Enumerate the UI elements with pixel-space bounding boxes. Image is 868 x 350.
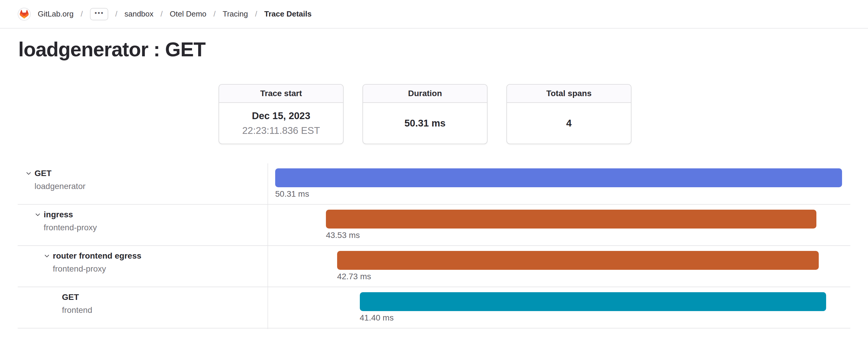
span-service: frontend-proxy	[44, 222, 97, 233]
span-row: router frontend egress frontend-proxy 42…	[0, 246, 868, 287]
span-rows: GET loadgenerator 50.31 ms ingress front…	[0, 163, 868, 328]
span-operation: GET	[62, 292, 92, 303]
breadcrumb-item-group[interactable]: GitLab.org	[38, 9, 73, 19]
span-row: GET frontend 41.40 ms	[0, 287, 868, 328]
trace-start-date: Dec 15, 2023	[252, 110, 310, 122]
breadcrumb-separator: /	[81, 9, 83, 19]
breadcrumb-separator: /	[214, 9, 216, 19]
trace-start-card-header: Trace start	[219, 85, 343, 103]
span-duration-label: 41.40 ms	[360, 313, 394, 323]
span-service: loadgenerator	[34, 181, 86, 192]
span-service: frontend	[62, 305, 92, 316]
span-operation: router frontend egress	[53, 251, 141, 261]
span-collapse-toggle[interactable]	[44, 251, 53, 261]
total-spans-value: 4	[566, 118, 571, 129]
span-track: 41.40 ms	[268, 287, 868, 328]
gitlab-group-avatar[interactable]	[18, 8, 31, 21]
span-row: ingress frontend-proxy 43.53 ms	[0, 204, 868, 246]
span-duration-bar[interactable]	[326, 210, 816, 228]
span-duration-label: 42.73 ms	[337, 272, 371, 281]
trace-waterfall: GET loadgenerator 50.31 ms ingress front…	[0, 163, 868, 329]
chevron-down-icon	[44, 253, 50, 259]
span-duration-label: 43.53 ms	[326, 230, 360, 240]
span-duration-bar[interactable]	[360, 292, 827, 311]
span-duration-bar[interactable]	[337, 251, 818, 270]
duration-card-header: Duration	[363, 85, 487, 103]
trace-summary-cards: Trace start Dec 15, 2023 22:23:11.836 ES…	[219, 84, 631, 144]
span-collapse-toggle[interactable]	[34, 209, 44, 220]
span-track: 43.53 ms	[268, 204, 868, 246]
span-collapse-toggle[interactable]	[25, 168, 34, 179]
trace-start-time: 22:23:11.836 EST	[242, 125, 320, 136]
gitlab-tanuki-icon	[20, 10, 29, 19]
breadcrumb-item-otel-demo[interactable]: Otel Demo	[170, 9, 207, 19]
span-label: router frontend egress frontend-proxy	[0, 246, 268, 287]
breadcrumb-bar: GitLab.org / ••• / sandbox / Otel Demo /…	[0, 0, 868, 29]
breadcrumb-separator: /	[115, 9, 117, 19]
span-service: frontend-proxy	[53, 264, 141, 274]
chevron-down-icon	[25, 170, 32, 177]
span-row: GET loadgenerator 50.31 ms	[0, 163, 868, 204]
trace-start-card: Trace start Dec 15, 2023 22:23:11.836 ES…	[219, 84, 344, 144]
duration-card: Duration 50.31 ms	[363, 84, 488, 144]
span-track: 50.31 ms	[268, 163, 868, 204]
breadcrumb-separator: /	[255, 9, 257, 19]
span-duration-label: 50.31 ms	[275, 189, 309, 199]
span-label: GET loadgenerator	[0, 163, 268, 204]
breadcrumb: GitLab.org / ••• / sandbox / Otel Demo /…	[18, 8, 311, 21]
total-spans-card-header: Total spans	[507, 85, 631, 103]
span-label: ingress frontend-proxy	[0, 204, 268, 246]
page-title: loadgenerator : GET	[18, 38, 206, 61]
span-duration-bar[interactable]	[275, 168, 842, 187]
span-operation: GET	[34, 168, 86, 179]
chevron-down-icon	[34, 212, 41, 218]
span-operation: ingress	[44, 209, 97, 220]
breadcrumb-separator: /	[160, 9, 162, 19]
breadcrumb-item-sandbox[interactable]: sandbox	[124, 9, 153, 19]
span-track: 42.73 ms	[268, 246, 868, 287]
total-spans-card: Total spans 4	[506, 84, 631, 144]
breadcrumb-collapsed-ellipsis-button[interactable]: •••	[90, 8, 108, 20]
breadcrumb-item-tracing[interactable]: Tracing	[223, 9, 248, 19]
breadcrumb-item-trace-details: Trace Details	[264, 9, 311, 19]
duration-value: 50.31 ms	[404, 118, 445, 129]
span-label: GET frontend	[0, 287, 268, 328]
